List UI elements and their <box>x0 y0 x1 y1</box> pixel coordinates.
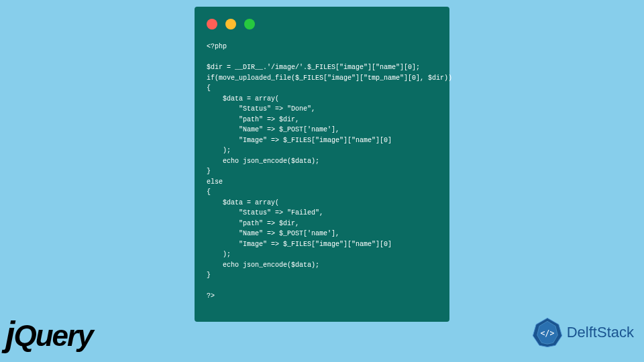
code-line: "Image" => $_FILES["image"]["name"][0] <box>207 137 392 144</box>
svg-text:</>: </> <box>540 328 554 338</box>
code-line: "Image" => $_FILES["image"]["name"][0] <box>207 241 392 248</box>
code-window: <?php $dir = __DIR__.'/image/'.$_FILES["… <box>195 7 449 322</box>
code-line: "Status" => "Done", <box>207 105 315 113</box>
code-line: ); <box>207 147 231 154</box>
delftstack-text: DelftStack <box>567 324 634 341</box>
code-line: { <box>207 188 211 196</box>
code-line: else <box>207 178 223 186</box>
code-line: echo json_encode($data); <box>207 261 319 269</box>
code-line: "path" => $dir, <box>207 220 299 227</box>
code-line: if(move_uploaded_file($_FILES["image"]["… <box>207 74 452 82</box>
close-dot <box>207 19 217 29</box>
code-line: } <box>207 168 211 175</box>
code-line: "Status" => "Failed", <box>207 209 323 217</box>
code-line: ?> <box>207 292 215 300</box>
delftstack-logo: </> DelftStack <box>531 316 634 349</box>
jquery-logo: jQuery <box>5 314 93 354</box>
code-line: ); <box>207 251 231 258</box>
code-line: { <box>207 84 211 92</box>
jquery-text: Query <box>13 319 92 352</box>
code-line: $dir = __DIR__.'/image/'.$_FILES["image"… <box>207 64 420 71</box>
code-line: $data = array( <box>207 95 279 103</box>
code-line: } <box>207 272 211 279</box>
minimize-dot <box>225 19 236 29</box>
code-line: "path" => $dir, <box>207 116 299 123</box>
maximize-dot <box>244 19 255 29</box>
code-line: echo json_encode($data); <box>207 158 319 165</box>
code-line: "Name" => $_POST['name'], <box>207 126 339 133</box>
code-line: $data = array( <box>207 199 279 206</box>
code-line: "Name" => $_POST['name'], <box>207 230 339 237</box>
delftstack-icon: </> <box>531 316 564 349</box>
window-controls <box>207 19 437 29</box>
code-line: <?php <box>207 43 227 50</box>
code-content: <?php $dir = __DIR__.'/image/'.$_FILES["… <box>207 42 437 302</box>
